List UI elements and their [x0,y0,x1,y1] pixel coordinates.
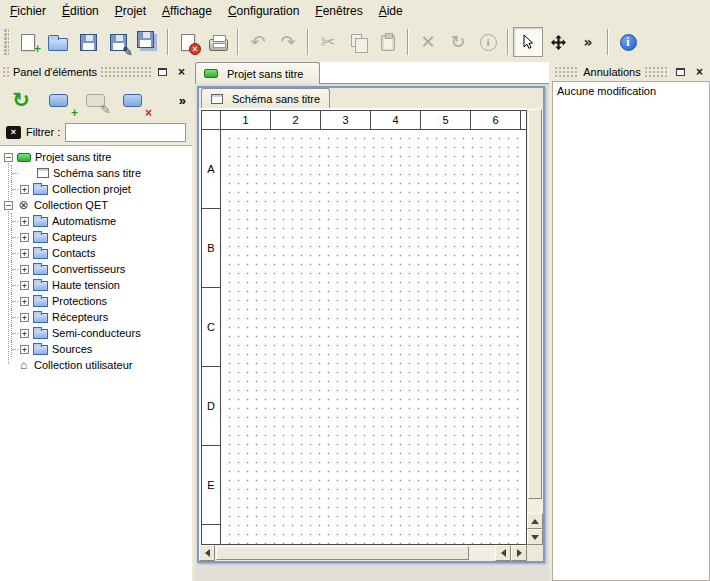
filter-input[interactable] [65,123,186,142]
element-tree[interactable]: − Projet sans titre Schéma sans titre + … [0,145,192,581]
scroll-right-button[interactable] [511,545,527,561]
dock-handle [101,67,151,77]
select-tool-button[interactable] [513,27,543,57]
scroll-left-button[interactable] [199,545,215,561]
save-all-icon [137,31,154,48]
tree-item-sources[interactable]: + Sources [0,341,192,357]
info-button[interactable]: i [473,27,503,57]
tree-item-capteurs[interactable]: + Capteurs [0,229,192,245]
tree-item-haute-tension[interactable]: + Haute tension [0,277,192,293]
expand-icon[interactable]: + [20,345,29,354]
pencil-icon: ✎ [100,103,111,116]
rotate-button[interactable]: ↻ [443,27,473,57]
delete-element-button[interactable]: × [117,86,147,114]
expand-icon[interactable]: + [20,329,29,338]
save-all-button[interactable] [133,27,163,57]
float-panel-button[interactable] [673,65,688,79]
tree-item-collection-utilisateur[interactable]: ⌂ Collection utilisateur [0,357,192,373]
collapse-icon[interactable]: − [4,201,13,210]
save-as-button[interactable]: ✎ [103,27,133,57]
diagram-view: 1 2 3 4 5 6 A B C D E [199,108,543,561]
scroll-down-button[interactable] [527,529,543,545]
open-file-button[interactable] [43,27,73,57]
schema-icon [37,168,49,178]
tree-item-collection-qet[interactable]: − ⊗ Collection QET [0,197,192,213]
tree-item-schema-sans-titre[interactable]: Schéma sans titre [0,165,192,181]
vscroll-thumb[interactable] [528,109,542,499]
close-panel-button[interactable]: × [692,65,707,79]
elements-overflow-button[interactable]: » [179,93,186,108]
scroll-left-button-2[interactable] [495,545,511,561]
expand-icon[interactable]: + [20,249,29,258]
clear-filter-icon[interactable]: × [6,126,21,139]
expand-icon[interactable]: + [20,281,29,290]
folder-icon [33,185,48,195]
diagram-sheet[interactable]: 1 2 3 4 5 6 A B C D E [201,110,527,545]
cut-button[interactable]: ✂ [313,27,343,57]
project-tab[interactable]: Projet sans titre [195,62,320,84]
menu-aide[interactable]: Aide [371,0,411,22]
expand-icon[interactable]: + [20,185,29,194]
new-file-button[interactable]: + [13,27,43,57]
expand-icon[interactable]: + [20,313,29,322]
redo-button[interactable]: ↷ [273,27,303,57]
schema-tab[interactable]: Schéma sans titre [201,88,330,108]
print-button[interactable] [203,27,233,57]
undo-history-list[interactable]: Aucune modification [552,81,710,581]
new-element-button[interactable]: + [43,86,73,114]
tree-item-semi-conducteurs[interactable]: + Semi-conducteurs [0,325,192,341]
hscroll-thumb[interactable] [216,546,469,560]
collapse-icon[interactable]: − [4,153,13,162]
project-tab-label: Projet sans titre [227,68,303,80]
delete-button[interactable]: ✕ [413,27,443,57]
expand-icon[interactable]: + [20,297,29,306]
float-panel-button[interactable] [155,65,170,79]
tree-item-convertisseurs[interactable]: + Convertisseurs [0,261,192,277]
menu-affichage[interactable]: Affichage [154,0,220,22]
arrow-right-icon [517,549,522,557]
copy-button[interactable] [343,27,373,57]
elements-panel-titlebar[interactable]: Panel d'éléments × [0,62,192,81]
qet-collection-icon: ⊗ [17,199,30,211]
plus-badge-icon: + [34,43,41,55]
edit-element-button[interactable]: ✎ [80,86,110,114]
close-panel-button[interactable]: × [174,65,189,79]
tree-item-projet-sans-titre[interactable]: − Projet sans titre [0,149,192,165]
vertical-scrollbar[interactable] [527,108,543,545]
toolbar-grip[interactable] [4,29,9,55]
menu-edition[interactable]: Édition [54,0,107,22]
expand-icon[interactable]: + [20,265,29,274]
ruler-column: 2 [271,111,321,130]
move-tool-button[interactable] [543,27,573,57]
expand-icon[interactable]: + [20,217,29,226]
scroll-up-button[interactable] [527,513,543,529]
close-file-button[interactable]: × [173,27,203,57]
filter-row: × Filtrer : [0,119,192,145]
tree-item-protections[interactable]: + Protections [0,293,192,309]
tabbar-empty-area [320,62,549,84]
menu-bar: Fichier Édition Projet Affichage Configu… [0,0,710,22]
tree-item-collection-projet[interactable]: + Collection projet [0,181,192,197]
tree-item-automatisme[interactable]: + Automatisme [0,213,192,229]
horizontal-scrollbar[interactable] [199,545,527,561]
paste-button[interactable] [373,27,403,57]
undo-panel: Annulations × Aucune modification [552,62,710,581]
menu-projet[interactable]: Projet [107,0,154,22]
save-button[interactable] [73,27,103,57]
expand-icon[interactable]: + [20,233,29,242]
tree-item-contacts[interactable]: + Contacts [0,245,192,261]
menu-configuration[interactable]: Configuration [220,0,307,22]
undo-button[interactable]: ↶ [243,27,273,57]
about-button[interactable]: i [613,27,643,57]
move-arrows-icon [550,34,567,51]
reload-collections-button[interactable]: ↻ [6,86,36,114]
undo-panel-titlebar[interactable]: Annulations × [552,62,710,81]
arrow-down-icon [531,535,539,540]
toolbar-overflow-button[interactable]: » [573,27,603,57]
tree-item-recepteurs[interactable]: + Récepteurs [0,309,192,325]
menu-fichier[interactable]: Fichier [2,0,54,22]
menu-fenetres[interactable]: Fenêtres [307,0,370,22]
diagram-grid-canvas[interactable] [221,130,526,544]
hscroll-track[interactable] [215,545,495,561]
vscroll-track[interactable] [527,108,543,513]
